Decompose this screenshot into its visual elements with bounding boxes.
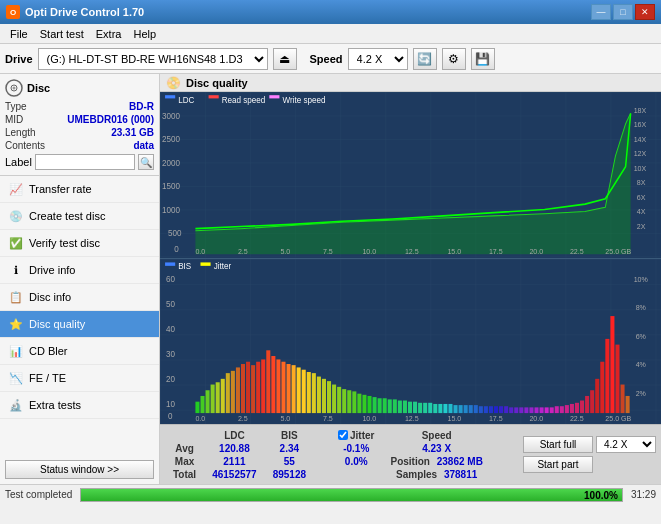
svg-text:5.0: 5.0 (280, 247, 290, 256)
svg-text:10: 10 (166, 398, 175, 409)
disc-info-icon: 📋 (8, 289, 24, 305)
svg-text:7.5: 7.5 (323, 413, 333, 423)
svg-text:20.0: 20.0 (529, 413, 543, 423)
lower-chart-svg: BIS Jitter 60 50 40 30 20 10 0 10% 8% 6%… (160, 259, 661, 425)
menu-help[interactable]: Help (127, 27, 162, 41)
start-part-button[interactable]: Start part (523, 456, 593, 473)
svg-text:22.5: 22.5 (570, 247, 584, 256)
drive-selector[interactable]: (G:) HL-DT-ST BD-RE WH16NS48 1.D3 (38, 48, 268, 70)
disc-info-label: Disc info (29, 291, 71, 303)
progress-text: 100.0% (584, 489, 618, 502)
speed-selector[interactable]: 4.2 X (348, 48, 408, 70)
svg-text:4X: 4X (637, 207, 646, 216)
sidebar-item-disc-quality[interactable]: ⭐ Disc quality (0, 311, 159, 338)
settings-button[interactable]: ⚙ (442, 48, 466, 70)
sidebar-item-transfer-rate[interactable]: 📈 Transfer rate (0, 176, 159, 203)
svg-text:6X: 6X (637, 193, 646, 202)
svg-rect-123 (509, 407, 513, 413)
close-button[interactable]: ✕ (635, 4, 655, 20)
svg-rect-135 (570, 403, 574, 412)
svg-text:1000: 1000 (162, 204, 180, 214)
status-window-button[interactable]: Status window >> (5, 460, 154, 479)
stats-table: LDC BIS Jitter Speed Avg (165, 429, 513, 481)
svg-text:3000: 3000 (162, 110, 180, 120)
svg-text:50: 50 (166, 298, 175, 309)
bis-total: 895128 (265, 468, 314, 481)
svg-text:22.5: 22.5 (570, 413, 584, 423)
speed-combo[interactable]: 4.2 X (596, 436, 656, 453)
svg-text:8X: 8X (637, 178, 646, 187)
svg-text:0.0: 0.0 (195, 247, 205, 256)
minimize-button[interactable]: — (591, 4, 611, 20)
svg-rect-145 (621, 384, 625, 413)
svg-text:16X: 16X (634, 120, 647, 129)
lower-chart: BIS Jitter 60 50 40 30 20 10 0 10% 8% 6%… (160, 259, 661, 425)
save-button[interactable]: 💾 (471, 48, 495, 70)
type-label: Type (5, 101, 27, 112)
menu-file[interactable]: File (4, 27, 34, 41)
sidebar-item-drive-info[interactable]: ℹ Drive info (0, 257, 159, 284)
position-label: Position (390, 456, 429, 467)
stats-bar: LDC BIS Jitter Speed Avg (160, 424, 661, 484)
label-input[interactable] (35, 154, 135, 170)
label-browse-button[interactable]: 🔍 (138, 154, 154, 170)
upper-chart: LDC Read speed Write speed 3000 2500 200… (160, 92, 661, 259)
svg-rect-107 (428, 402, 432, 412)
sidebar-item-disc-info[interactable]: 📋 Disc info (0, 284, 159, 311)
svg-text:12.5: 12.5 (405, 247, 419, 256)
svg-rect-132 (555, 406, 559, 413)
verify-test-disc-label: Verify test disc (29, 237, 100, 249)
svg-text:4%: 4% (636, 360, 647, 370)
menu-extra[interactable]: Extra (90, 27, 128, 41)
ldc-avg: 120.88 (204, 442, 265, 455)
transfer-rate-label: Transfer rate (29, 183, 92, 195)
menu-bar: File Start test Extra Help (0, 24, 661, 44)
svg-rect-124 (514, 407, 518, 413)
svg-rect-64 (211, 384, 215, 413)
toolbar: Drive (G:) HL-DT-ST BD-RE WH16NS48 1.D3 … (0, 44, 661, 74)
svg-text:Jitter: Jitter (214, 260, 232, 271)
svg-rect-61 (195, 401, 199, 412)
svg-rect-47 (200, 262, 210, 265)
svg-text:2%: 2% (636, 388, 647, 398)
svg-rect-88 (332, 384, 336, 413)
jitter-checkbox[interactable] (338, 430, 348, 440)
svg-rect-10 (209, 95, 219, 98)
jitter-max: 0.0% (330, 455, 382, 468)
create-test-disc-label: Create test disc (29, 210, 105, 222)
avg-row-label: Avg (165, 442, 204, 455)
start-full-button[interactable]: Start full (523, 436, 593, 453)
svg-rect-100 (393, 399, 397, 413)
svg-rect-73 (256, 361, 260, 412)
svg-rect-77 (276, 359, 280, 413)
svg-rect-126 (524, 407, 528, 413)
refresh-button[interactable]: 🔄 (413, 48, 437, 70)
svg-rect-45 (165, 262, 175, 265)
svg-rect-116 (474, 405, 478, 413)
svg-rect-139 (590, 390, 594, 413)
maximize-button[interactable]: □ (613, 4, 633, 20)
menu-start-test[interactable]: Start test (34, 27, 90, 41)
svg-text:6%: 6% (636, 331, 647, 341)
svg-rect-74 (261, 359, 265, 413)
svg-text:0: 0 (168, 410, 173, 421)
eject-button[interactable]: ⏏ (273, 48, 297, 70)
svg-text:20: 20 (166, 373, 175, 384)
svg-rect-76 (271, 356, 275, 413)
verify-test-disc-icon: ✅ (8, 235, 24, 251)
svg-text:2.5: 2.5 (238, 247, 248, 256)
svg-rect-12 (269, 95, 279, 98)
disc-quality-label: Disc quality (29, 318, 85, 330)
svg-text:40: 40 (166, 323, 175, 334)
sidebar-item-cd-bler[interactable]: 📊 CD Bler (0, 338, 159, 365)
svg-text:18X: 18X (634, 106, 647, 115)
svg-text:12.5: 12.5 (405, 413, 419, 423)
svg-text:10.0: 10.0 (362, 247, 376, 256)
sidebar-item-verify-test-disc[interactable]: ✅ Verify test disc (0, 230, 159, 257)
svg-rect-69 (236, 367, 240, 413)
sidebar-item-fe-te[interactable]: 📉 FE / TE (0, 365, 159, 392)
sidebar-item-create-test-disc[interactable]: 💿 Create test disc (0, 203, 159, 230)
svg-rect-94 (362, 394, 366, 412)
sidebar-item-extra-tests[interactable]: 🔬 Extra tests (0, 392, 159, 419)
svg-rect-63 (206, 390, 210, 413)
